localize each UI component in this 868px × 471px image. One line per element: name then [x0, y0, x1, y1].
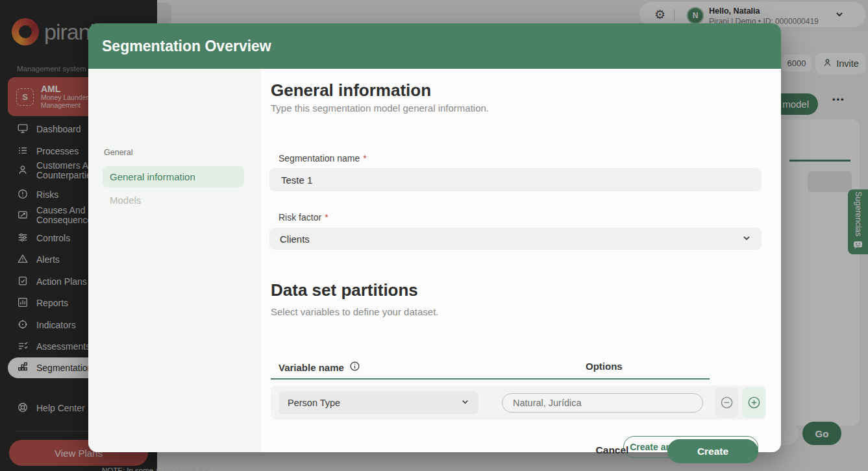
modal-title: Segmentation Overview: [102, 38, 271, 55]
required-asterisk: *: [325, 212, 328, 223]
risk-factor-select[interactable]: Clients: [269, 228, 762, 250]
segmentation-overview-modal: Segmentation Overview General General in…: [88, 23, 781, 452]
general-information-heading: General information: [271, 80, 431, 101]
chevron-down-icon: [742, 234, 751, 245]
variable-name-column-header: Variable name: [279, 361, 360, 374]
data-set-partitions-heading: Data set partitions: [271, 280, 418, 300]
risk-factor-label: Risk factor*: [279, 212, 329, 223]
modal-nav: General General information Models NOTE:…: [88, 69, 262, 452]
modal-nav-models[interactable]: Models: [110, 195, 141, 206]
segmentation-name-input[interactable]: [269, 168, 762, 191]
segmentation-name-label: Segmentation name*: [279, 153, 367, 163]
modal-note: NOTE: In some associations it is necessa…: [102, 466, 245, 471]
data-set-partitions-subheading: Select variables to define your dataset.: [271, 306, 439, 317]
general-information-subheading: Type this segmentation model general inf…: [271, 103, 489, 114]
cancel-button[interactable]: Cancel: [589, 442, 635, 458]
info-icon[interactable]: [349, 361, 360, 374]
modal-nav-general-information[interactable]: General information: [103, 166, 244, 187]
options-column-header: Options: [586, 361, 623, 372]
variable-select[interactable]: Person Type: [279, 391, 478, 415]
partition-row: Person Type: [271, 385, 766, 420]
remove-partition-button[interactable]: [715, 387, 738, 418]
required-asterisk: *: [363, 153, 366, 163]
screen: pirani Management system S AML Money Lau…: [0, 0, 868, 471]
modal-nav-section-label: General: [104, 148, 132, 157]
add-partition-button[interactable]: [742, 387, 765, 418]
chevron-down-icon: [461, 398, 469, 408]
table-header-underline: [271, 378, 710, 380]
modal-main: General information Type this segmentati…: [262, 69, 781, 452]
modal-header: Segmentation Overview: [88, 23, 781, 69]
options-input[interactable]: [502, 393, 703, 413]
create-button[interactable]: Create: [667, 439, 758, 463]
